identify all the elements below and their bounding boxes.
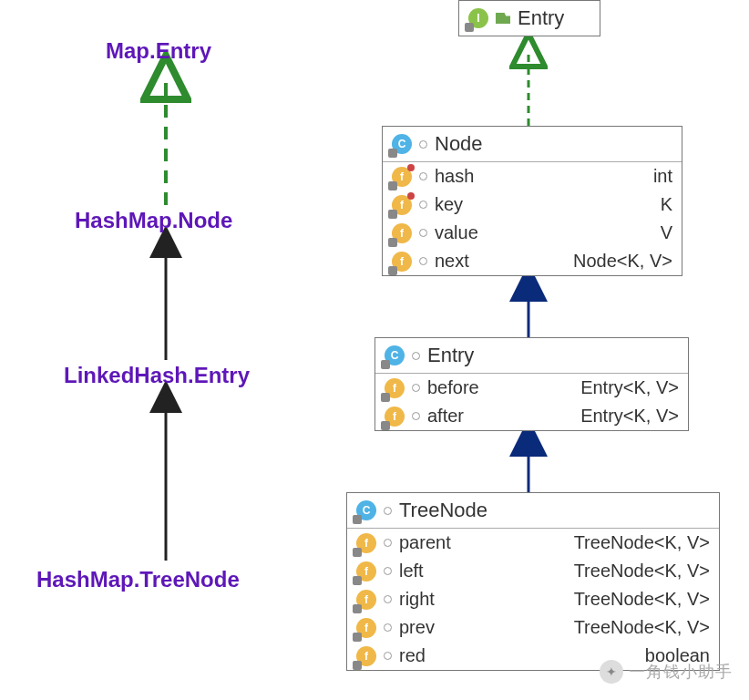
ring-icon	[419, 172, 427, 180]
label-hashmap-treenode: HashMap.TreeNode	[36, 567, 240, 592]
field-icon: f	[392, 252, 412, 272]
field-row: f value V	[383, 219, 682, 247]
interface-icon: I	[468, 8, 488, 28]
field-type: TreeNode<K, V>	[442, 589, 710, 610]
class-icon: C	[392, 134, 412, 154]
interface-name: Entry	[518, 6, 564, 30]
field-row: f key K	[383, 190, 682, 219]
field-name: key	[435, 194, 463, 215]
field-row: f parent TreeNode<K, V>	[347, 529, 719, 557]
field-name: hash	[435, 166, 474, 187]
watermark-icon: ✦	[600, 660, 623, 684]
field-type: TreeNode<K, V>	[442, 617, 710, 638]
field-icon: f	[392, 223, 412, 243]
ring-icon	[419, 140, 427, 149]
ring-icon	[419, 229, 427, 237]
label-hashmap-node: HashMap.Node	[75, 208, 232, 233]
class-node-name: Node	[435, 132, 483, 156]
field-icon: f	[356, 646, 376, 666]
field-row: f prev TreeNode<K, V>	[347, 613, 719, 642]
watermark: ✦ 一角钱小助手	[600, 660, 733, 684]
label-linkedhash-entry: LinkedHash.Entry	[64, 363, 250, 388]
ring-icon	[412, 384, 420, 392]
field-name: parent	[399, 532, 451, 553]
ring-icon	[384, 652, 392, 660]
ring-icon	[384, 507, 392, 515]
class-treenode-box: C TreeNode f parent TreeNode<K, V> f lef…	[346, 492, 720, 671]
ring-icon	[412, 412, 420, 420]
watermark-text: 一角钱小助手	[629, 661, 733, 683]
ring-icon	[412, 352, 420, 360]
field-icon: f	[356, 618, 376, 638]
field-type: V	[486, 222, 672, 243]
field-type: Entry<K, V>	[487, 377, 679, 398]
field-type: TreeNode<K, V>	[458, 532, 710, 553]
field-type: Node<K, V>	[477, 251, 672, 272]
field-type: Entry<K, V>	[471, 406, 679, 427]
field-row: f right TreeNode<K, V>	[347, 585, 719, 613]
field-row: f next Node<K, V>	[383, 247, 682, 275]
class-icon: C	[356, 500, 376, 520]
field-row: f after Entry<K, V>	[375, 402, 688, 430]
field-icon: f	[392, 195, 412, 215]
ring-icon	[384, 567, 392, 575]
field-name: value	[435, 222, 478, 243]
class-node-box: C Node f hash int f key K f value V f ne…	[382, 126, 682, 276]
class-entry-name: Entry	[427, 344, 474, 367]
field-name: prev	[399, 617, 435, 638]
open-icon	[496, 13, 510, 24]
field-type: TreeNode<K, V>	[431, 561, 710, 582]
field-name: before	[427, 377, 479, 398]
ring-icon	[419, 201, 427, 209]
ring-icon	[384, 539, 392, 547]
field-type: int	[481, 166, 672, 187]
interface-entry-box: I Entry	[458, 0, 600, 36]
class-treenode-name: TreeNode	[399, 499, 487, 522]
field-name: after	[427, 406, 464, 427]
field-icon: f	[356, 590, 376, 610]
label-map-entry: Map.Entry	[106, 38, 211, 64]
ring-icon	[384, 595, 392, 603]
class-entry-box: C Entry f before Entry<K, V> f after Ent…	[374, 337, 689, 431]
field-icon: f	[392, 167, 412, 187]
field-row: f left TreeNode<K, V>	[347, 557, 719, 585]
field-name: next	[435, 251, 469, 272]
field-icon: f	[385, 407, 405, 427]
field-row: f before Entry<K, V>	[375, 374, 688, 402]
ring-icon	[419, 257, 427, 265]
field-name: red	[399, 645, 426, 666]
field-icon: f	[356, 561, 376, 582]
field-name: right	[399, 589, 435, 610]
class-icon: C	[385, 345, 405, 365]
field-icon: f	[385, 378, 405, 398]
field-name: left	[399, 561, 424, 582]
field-icon: f	[356, 533, 376, 553]
ring-icon	[384, 623, 392, 632]
field-row: f hash int	[383, 162, 682, 190]
field-type: K	[470, 194, 672, 215]
